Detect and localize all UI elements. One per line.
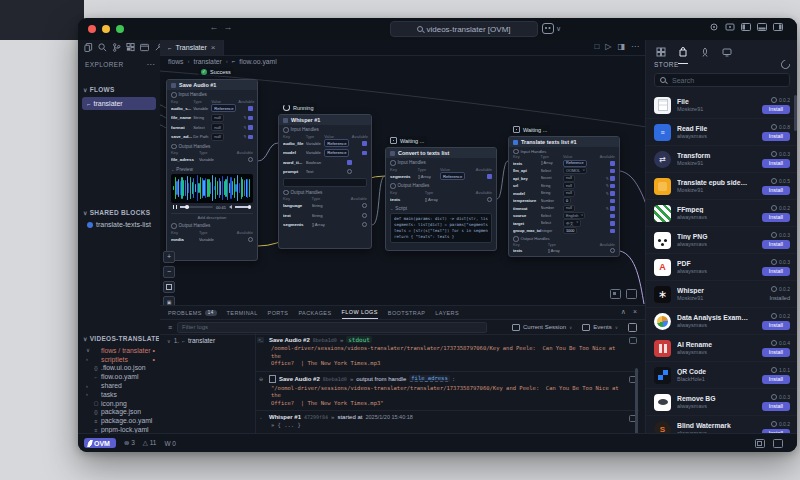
node-output-row[interactable]: segments[] Array [279, 220, 371, 230]
store-search-input[interactable] [670, 76, 784, 85]
edit-icon[interactable]: ✎ [605, 191, 608, 196]
node-input-row[interactable]: texts[] Array Reference ✎ [509, 160, 619, 168]
panel-tab[interactable]: PORTS [268, 306, 289, 319]
errors-count[interactable]: ⊗ 3 [124, 439, 135, 447]
panel-tab[interactable]: PACKAGES [298, 306, 331, 319]
warnings-count[interactable]: △ 11 [143, 439, 157, 447]
store-item[interactable]: Remove BG alwaysmavs 0.0.3 Install [646, 389, 797, 416]
handle-toggle[interactable] [248, 116, 253, 121]
layout-sidebar-right-icon[interactable] [773, 22, 783, 32]
handle-toggle[interactable] [610, 199, 615, 204]
flows-section-header[interactable]: ∨FLOWS [83, 86, 115, 93]
node-whisper-1[interactable]: Whisper #1 Input Handles KeyTypeValueAva… [278, 114, 372, 249]
handle-toggle[interactable] [610, 176, 615, 181]
fit-view-button[interactable] [163, 281, 175, 293]
handle-toggle[interactable] [610, 229, 615, 234]
zoom-in-button[interactable]: + [163, 251, 175, 263]
store-item[interactable]: Tiny PNG alwaysmavs 0.0.3 Install [646, 227, 797, 254]
node-input-row[interactable]: file_nameString null ✎ [167, 113, 257, 123]
panel-tab[interactable]: PROBLEMS14 [168, 306, 217, 319]
edit-icon[interactable]: ✎ [605, 183, 608, 188]
layout-panel-bottom-icon[interactable] [757, 22, 767, 32]
prompt-input[interactable] [283, 178, 367, 187]
run-icon[interactable]: ▷ [605, 42, 611, 51]
node-input-row[interactable]: temperatureNumber 0 ✎ [509, 197, 619, 205]
node-input-row[interactable]: llm_apiSelect OOMOL ✎ [509, 167, 619, 175]
install-button[interactable]: Install [762, 267, 790, 276]
handle-toggle[interactable] [610, 161, 615, 166]
chevron-down-icon[interactable]: ⌄ [390, 206, 393, 211]
store-item[interactable]: Data Analysis Examples alwaysmavs 0.0.2 … [646, 308, 797, 335]
gear-icon[interactable] [709, 22, 719, 32]
node-input-row[interactable]: audio_s...Variable Reference ✎ [167, 104, 257, 114]
handle-toggle[interactable] [610, 214, 615, 219]
node-input-row[interactable]: save_ad...Dir Path null ✎ [167, 132, 257, 142]
node-output-row[interactable]: texts[] Array [386, 195, 496, 205]
log-scrollbar[interactable] [635, 368, 638, 434]
handle-toggle[interactable] [610, 191, 615, 196]
source-control-icon[interactable] [112, 43, 121, 52]
session-badge[interactable]: ∨ [542, 22, 561, 35]
store-scrollbar[interactable] [794, 95, 797, 131]
file-tree-item[interactable]: ≡ package.oo.yaml [82, 416, 158, 425]
file-tree-item[interactable]: {} package.json [82, 408, 158, 417]
maximize-window-button[interactable] [116, 25, 124, 33]
store-item[interactable]: File Moskize91 0.0.2 Install [646, 92, 797, 119]
handle-toggle[interactable] [362, 141, 367, 146]
store-search[interactable] [654, 73, 790, 87]
store-item[interactable]: Read File alwaysmavs 0.0.8 Install [646, 119, 797, 146]
shared-blocks-header[interactable]: ∨SHARED BLOCKS [83, 209, 150, 216]
ovm-environment-badge[interactable]: OVM [84, 438, 116, 448]
minimap-toggle-button[interactable] [610, 289, 621, 299]
comment-icon[interactable] [629, 337, 637, 344]
handle-toggle[interactable] [610, 206, 615, 211]
handle-toggle[interactable] [347, 160, 352, 165]
script-code-block[interactable]: def main(params: dict) -> dict[str, list… [390, 213, 492, 243]
extensions-icon[interactable] [126, 43, 135, 52]
handle-toggle[interactable] [610, 221, 615, 226]
seek-slider[interactable] [180, 206, 213, 208]
install-button[interactable]: Install [762, 240, 790, 249]
external-icon[interactable] [773, 439, 783, 448]
volume-slider[interactable] [235, 206, 251, 208]
keybinding-icon[interactable] [725, 22, 735, 32]
store-item[interactable]: FFmpeg alwaysmavs 0.0.2 Install [646, 200, 797, 227]
file-tree-item[interactable]: ▢ icon.png [82, 399, 158, 408]
store-item[interactable]: QR Code BlackHole1 1.0.1 Install [646, 362, 797, 389]
handle-toggle[interactable] [610, 169, 615, 174]
store-item[interactable]: PDF alwaysmavs 0.0.3 Install [646, 254, 797, 281]
node-input-row[interactable]: api_keySecret null ✎ [509, 175, 619, 183]
log-entry-started[interactable]: ◦ Whisper #1 47299f84 » started at 2025/… [255, 411, 639, 434]
session-dropdown[interactable]: Current Session∨ [512, 324, 572, 331]
collapse-icon[interactable]: ⊖ [257, 376, 265, 382]
install-button[interactable]: Install [762, 132, 790, 141]
edit-icon[interactable]: ✎ [243, 115, 246, 120]
panel-tab[interactable]: TERMINAL [227, 306, 258, 319]
chevron-down-icon[interactable]: ⌄ [171, 167, 174, 172]
node-output-row[interactable]: languageString [279, 201, 371, 211]
file-tree-item[interactable]: ∨ flows / translater • [82, 346, 158, 355]
split-editor-icon[interactable]: ◨ [617, 42, 625, 51]
node-input-row[interactable]: promptText ✎ [279, 167, 371, 177]
node-input-row[interactable]: urlString null ✎ [509, 182, 619, 190]
close-window-button[interactable] [88, 25, 96, 33]
handle-toggle[interactable] [610, 184, 615, 189]
file-tree-item[interactable]: › tasks [82, 390, 158, 399]
handle-toggle[interactable] [362, 151, 367, 156]
pause-icon[interactable] [173, 205, 177, 210]
sidebar-item-translate-texts-list[interactable]: translate-texts-list [87, 221, 151, 228]
export-logs-icon[interactable] [628, 323, 637, 332]
filter-logs-input[interactable] [177, 322, 487, 333]
node-convert-to-texts-list[interactable]: Convert to texts list Input Handles KeyT… [385, 147, 497, 251]
install-button[interactable]: Install [762, 159, 790, 168]
file-tree-item[interactable]: {} .flow.ui.oo.json [82, 364, 158, 373]
close-icon[interactable]: × [633, 308, 637, 316]
node-output-row[interactable]: textString [279, 211, 371, 221]
node-input-row[interactable]: word_ti...Boolean ✎ [279, 158, 371, 168]
volume-icon[interactable] [229, 205, 232, 209]
node-translate-texts-list-1[interactable]: Translate texts list #1 Input Handles Ke… [508, 136, 620, 257]
handle-toggle[interactable] [248, 125, 253, 130]
install-button[interactable]: Install [762, 213, 790, 222]
more-actions-icon[interactable]: ⋯ [147, 60, 155, 69]
events-dropdown[interactable]: Events∨ [582, 324, 618, 331]
